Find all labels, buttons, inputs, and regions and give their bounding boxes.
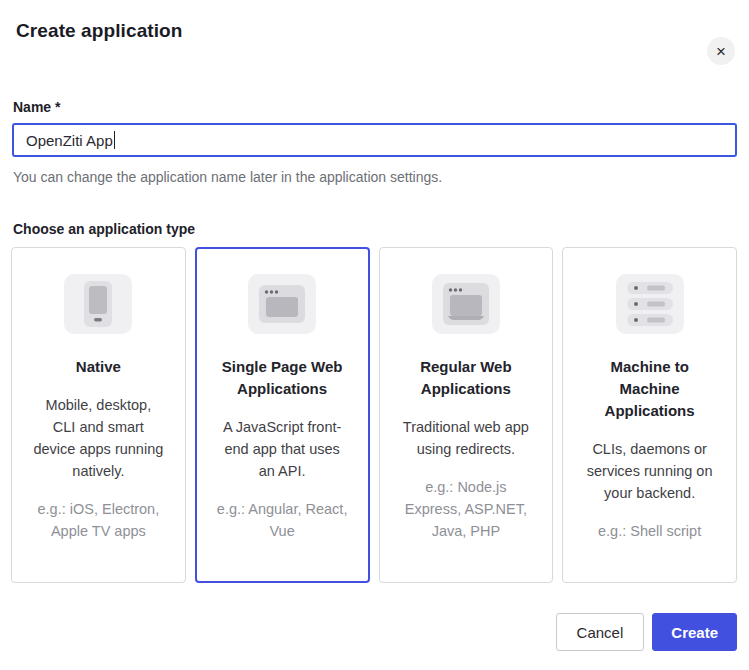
card-title: Regular Web Applications — [401, 356, 531, 400]
card-examples: e.g.: Angular, React, Vue — [216, 498, 348, 542]
name-input[interactable]: OpenZiti App — [12, 123, 737, 157]
card-description: Traditional web app using redirects. — [400, 416, 532, 460]
name-helper-text: You can change the application name late… — [13, 169, 737, 185]
app-type-card-spa[interactable]: Single Page Web Applications A JavaScrip… — [195, 247, 370, 583]
mobile-phone-icon — [84, 281, 112, 327]
browser-window-icon — [259, 285, 305, 323]
server-stack-icon — [627, 282, 673, 326]
app-type-card-regular-web[interactable]: Regular Web Applications Traditional web… — [379, 247, 554, 583]
card-examples: e.g.: Node.js Express, ASP.NET, Java, PH… — [400, 476, 532, 542]
create-application-dialog: Create application × Name * OpenZiti App… — [0, 20, 749, 670]
close-icon[interactable]: × — [707, 37, 735, 65]
web-server-window-icon — [443, 283, 489, 325]
text-caret — [114, 131, 116, 149]
name-field-label: Name * — [13, 99, 737, 115]
card-examples: e.g.: iOS, Electron, Apple TV apps — [32, 498, 164, 542]
card-description: CLIs, daemons or services running on you… — [584, 438, 716, 504]
card-title: Machine to Machine Applications — [585, 356, 715, 422]
card-title: Native — [33, 356, 163, 378]
application-type-label: Choose an application type — [13, 221, 737, 237]
native-icon-box — [64, 274, 132, 334]
card-description: A JavaScript front-end app that uses an … — [216, 416, 348, 482]
spa-icon-box — [248, 274, 316, 334]
application-type-cards: Native Mobile, desktop, CLI and smart de… — [11, 247, 737, 583]
card-description: Mobile, desktop, CLI and smart device ap… — [32, 394, 164, 482]
dialog-title: Create application — [16, 20, 733, 42]
card-examples: e.g.: Shell script — [584, 520, 716, 542]
m2m-icon-box — [616, 274, 684, 334]
app-type-card-native[interactable]: Native Mobile, desktop, CLI and smart de… — [11, 247, 186, 583]
regular-web-icon-box — [432, 274, 500, 334]
card-title: Single Page Web Applications — [217, 356, 347, 400]
dialog-footer: Cancel Create — [12, 613, 737, 651]
name-input-value: OpenZiti App — [26, 132, 113, 149]
app-type-card-m2m[interactable]: Machine to Machine Applications CLIs, da… — [562, 247, 737, 583]
create-button[interactable]: Create — [652, 613, 737, 651]
cancel-button[interactable]: Cancel — [556, 613, 645, 651]
